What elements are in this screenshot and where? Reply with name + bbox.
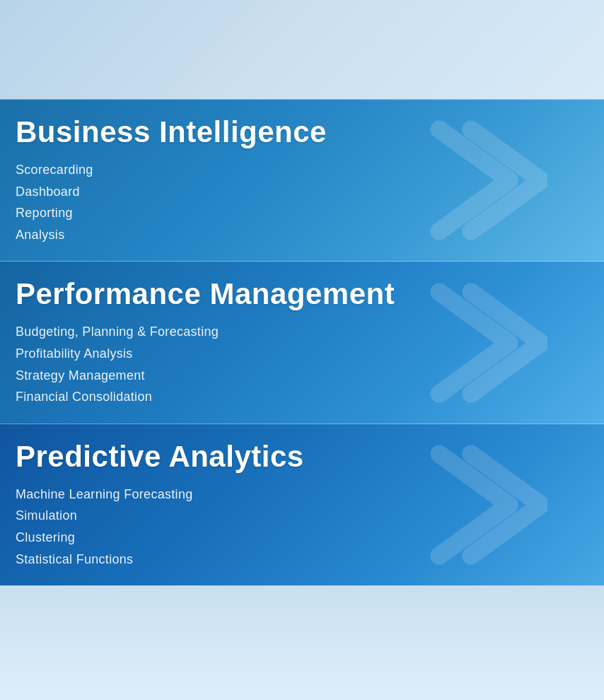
pm-item-budgeting: Budgeting, Planning & Forecasting xyxy=(16,321,586,343)
performance-management-section: Performance Management Budgeting, Planni… xyxy=(0,261,604,423)
bi-item-dashboard: Dashboard xyxy=(16,181,586,203)
pa-item-ml-forecasting: Machine Learning Forecasting xyxy=(16,484,586,506)
bi-item-reporting: Reporting xyxy=(16,202,586,224)
bi-item-scorecarding: Scorecarding xyxy=(16,159,586,181)
pm-item-profitability: Profitability Analysis xyxy=(16,343,586,365)
pa-item-simulation: Simulation xyxy=(16,505,586,527)
bottom-decorative-area xyxy=(0,585,604,700)
bi-item-analysis: Analysis xyxy=(16,224,586,246)
pm-item-financial: Financial Consolidation xyxy=(16,386,586,408)
pa-title: Predictive Analytics xyxy=(16,440,586,474)
business-intelligence-section: Business Intelligence Scorecarding Dashb… xyxy=(0,99,604,261)
bi-title: Business Intelligence xyxy=(16,115,586,149)
top-decorative-area xyxy=(0,0,604,99)
pa-item-clustering: Clustering xyxy=(16,527,586,549)
pa-item-statistical: Statistical Functions xyxy=(16,549,586,571)
pm-item-strategy: Strategy Management xyxy=(16,365,586,387)
predictive-analytics-section: Predictive Analytics Machine Learning Fo… xyxy=(0,424,604,585)
pm-title: Performance Management xyxy=(16,277,586,311)
